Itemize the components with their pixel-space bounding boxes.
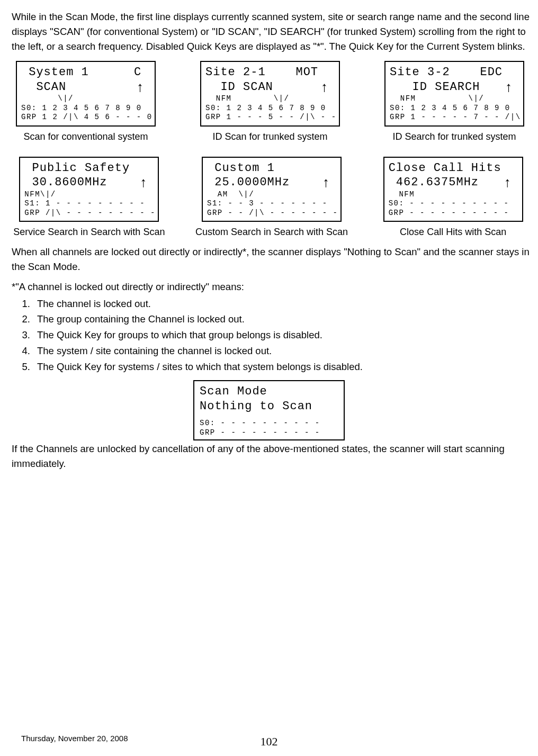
means-heading: *"A channel is locked out directly or in… [12,280,530,294]
lcd-line2: SCAN↑ [21,80,150,95]
lcd-display: Close Call Hits 462.6375MHz↑ NFM S0: - -… [383,157,523,222]
lcd-col: Public Safety 30.8600MHz↑ NFM\|/ S1: 1 -… [12,157,167,240]
lcd-line4: S0: 1 2 3 4 5 6 7 8 9 0 [390,104,519,113]
list-item: The Quick Key for groups to which that g… [33,328,530,343]
lcd-line1: Custom 1 [207,161,336,176]
lcd-line1: Scan Mode [200,384,338,399]
lcd-line5: GRP /|\ - - - - - - - - - [24,209,154,218]
lcd-line2: ID SEARCH↑ [390,80,519,95]
lcd-display: Custom 1 25.0000MHz↑ AM \|/ S1: - - 3 - … [202,157,342,222]
lcd-line3: \|/ [21,94,150,104]
nothing-lcd-wrapper: Scan Mode Nothing to Scan S0: - - - - - … [8,380,530,440]
lcd-caption: Custom Search in Search with Scan [195,225,348,239]
lcd-line4: GRP - - - - - - - - - - [200,428,338,438]
lcd-line2-text: 30.8600MHz [24,176,107,189]
lcd-line2: 30.8600MHz↑ [24,175,154,190]
lcd-caption: ID Scan for trunked system [212,130,327,144]
list-item: The group containing the Channel is lock… [33,312,530,327]
lcd-display: Public Safety 30.8600MHz↑ NFM\|/ S1: 1 -… [19,157,159,222]
lcd-line5: GRP 1 - - - - - 7 - - /|\ [390,113,519,122]
lcd-line5: GRP 1 - - - 5 - - /|\ - - [205,113,335,122]
lcd-line4: S0: 1 2 3 4 5 6 7 8 9 0 [21,104,150,113]
lcd-line2-text: SCAN [21,80,66,94]
lcd-col: System 1 C SCAN↑ \|/ S0: 1 2 3 4 5 6 7 8… [12,61,160,144]
footer-date: Thursday, November 20, 2008 [21,733,128,745]
lcd-line4: S0: - - - - - - - - - - [389,199,518,209]
lcd-line2-text: ID SEARCH [390,80,480,94]
footer-page-number: 102 [261,733,278,750]
lcd-col: Custom 1 25.0000MHz↑ AM \|/ S1: - - 3 - … [190,157,354,240]
means-list: The channel is locked out. The group con… [33,296,530,374]
arrow-up-icon: ↑ [140,175,147,189]
lcd-display: Site 3-2 EDC ID SEARCH↑ NFM \|/ S0: 1 2 … [384,61,524,127]
lcd-line3: NFM \|/ [390,94,519,104]
lcd-line5: GRP 1 2 /|\ 4 5 6 - - - 0 [21,113,150,122]
page-footer: Thursday, November 20, 2008 102 [0,733,538,745]
lcd-col: Site 3-2 EDC ID SEARCH↑ NFM \|/ S0: 1 2 … [380,61,528,144]
lcd-line1: Site 3-2 EDC [390,65,519,80]
lcd-col: Close Call Hits 462.6375MHz↑ NFM S0: - -… [376,157,530,240]
arrow-up-icon: ↑ [504,175,512,189]
lcd-line2: ID SCAN↑ [205,80,335,95]
lcd-display-nothing: Scan Mode Nothing to Scan S0: - - - - - … [193,380,345,440]
lcd-line4: S0: 1 2 3 4 5 6 7 8 9 0 [205,104,335,113]
lcd-line1: Site 2-1 MOT [205,65,335,80]
intro-paragraph: While in the Scan Mode, the first line d… [12,10,530,53]
lcd-line5: GRP - - - - - - - - - - [389,209,518,218]
locked-paragraph: When all channels are locked out directl… [12,245,530,274]
list-item: The system / site containing the channel… [33,344,530,358]
arrow-up-icon: ↑ [322,175,330,189]
lcd-caption: ID Search for trunked system [392,130,516,144]
list-item: The channel is locked out. [33,296,530,311]
lcd-line3: NFM [389,190,518,200]
lcd-row-2: Public Safety 30.8600MHz↑ NFM\|/ S1: 1 -… [12,157,530,240]
lcd-line3: NFM\|/ [24,190,154,200]
unlock-paragraph: If the Channels are unlocked by cancella… [12,442,530,471]
lcd-line5: GRP - - /|\ - - - - - - - [207,209,336,218]
lcd-line2: Nothing to Scan [200,399,338,414]
list-item: The Quick Key for systems / sites to whi… [33,359,530,374]
lcd-row-1: System 1 C SCAN↑ \|/ S0: 1 2 3 4 5 6 7 8… [12,61,530,144]
lcd-display: System 1 C SCAN↑ \|/ S0: 1 2 3 4 5 6 7 8… [16,61,156,127]
lcd-line3: AM \|/ [207,190,336,200]
lcd-line3: NFM \|/ [205,94,335,104]
arrow-up-icon: ↑ [137,80,144,94]
lcd-col: Site 2-1 MOT ID SCAN↑ NFM \|/ S0: 1 2 3 … [196,61,344,144]
lcd-line2-text: ID SCAN [205,80,273,94]
lcd-line4: S1: 1 - - - - - - - - - [24,199,154,209]
lcd-line2: 25.0000MHz↑ [207,175,336,190]
lcd-caption: Scan for conventional system [23,130,148,144]
arrow-up-icon: ↑ [321,80,328,94]
lcd-line2-text: 25.0000MHz [207,176,290,189]
lcd-caption: Close Call Hits with Scan [400,225,506,239]
lcd-line3: S0: - - - - - - - - - - [200,419,338,428]
lcd-line1: Public Safety [24,161,154,176]
lcd-line4: S1: - - 3 - - - - - - - [207,199,336,209]
lcd-display: Site 2-1 MOT ID SCAN↑ NFM \|/ S0: 1 2 3 … [200,61,340,127]
lcd-line1: Close Call Hits [389,161,518,176]
lcd-line2-text: 462.6375MHz [389,176,479,189]
lcd-caption: Service Search in Search with Scan [13,225,165,239]
lcd-line1: System 1 C [21,65,150,80]
arrow-up-icon: ↑ [505,80,513,94]
lcd-line2: 462.6375MHz↑ [389,175,518,190]
